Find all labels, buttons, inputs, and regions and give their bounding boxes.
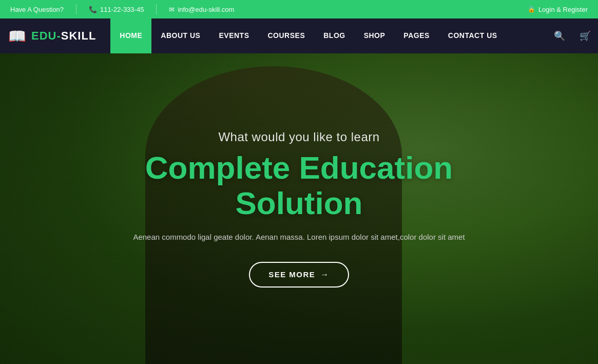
email-icon: ✉ bbox=[169, 6, 175, 13]
arrow-icon: → bbox=[320, 270, 330, 279]
top-bar: Have A Question? 📞 111-22-333-45 ✉ info@… bbox=[0, 0, 598, 18]
phone-icon: 📞 bbox=[89, 6, 97, 13]
nav-item-events[interactable]: EVENTS bbox=[209, 18, 258, 53]
nav-item-blog[interactable]: BLOG bbox=[314, 18, 354, 53]
top-bar-left: Have A Question? 📞 111-22-333-45 ✉ info@… bbox=[10, 4, 234, 14]
nav-menu: HOME ABOUT US EVENTS COURSES BLOG SHOP P… bbox=[110, 18, 547, 53]
email-link[interactable]: ✉ info@edu-skill.com bbox=[169, 6, 234, 13]
hero-subtitle: What would you like to learn bbox=[89, 130, 510, 144]
hero-description: Aenean commodo ligal geate dolor. Aenan … bbox=[89, 231, 510, 243]
login-register-link[interactable]: 🔒 Login & Register bbox=[528, 6, 588, 13]
navbar: 📖 EDU-SKILL HOME ABOUT US EVENTS COURSES… bbox=[0, 18, 598, 53]
nav-item-pages[interactable]: PAGES bbox=[394, 18, 438, 53]
nav-item-shop[interactable]: SHOP bbox=[355, 18, 395, 53]
question-label: Have A Question? bbox=[10, 6, 64, 13]
divider-1 bbox=[76, 4, 76, 14]
nav-item-about[interactable]: ABOUT US bbox=[151, 18, 209, 53]
top-bar-right: 🔒 Login & Register bbox=[528, 6, 588, 13]
nav-item-courses[interactable]: COURSES bbox=[258, 18, 314, 53]
brand-name-part2: SKILL bbox=[61, 29, 97, 42]
login-label: Login & Register bbox=[538, 6, 588, 13]
nav-item-home[interactable]: HOME bbox=[110, 18, 151, 53]
nav-item-contact[interactable]: CONTACT US bbox=[439, 18, 507, 53]
hero-cta-label: SEE MORE bbox=[268, 270, 315, 279]
email-address: info@edu-skill.com bbox=[178, 6, 234, 13]
brand-icon: 📖 bbox=[8, 28, 26, 45]
cart-button[interactable]: 🛒 bbox=[572, 18, 598, 53]
search-button[interactable]: 🔍 bbox=[547, 18, 572, 53]
lock-icon: 🔒 bbox=[528, 6, 535, 13]
phone-link[interactable]: 📞 111-22-333-45 bbox=[89, 6, 144, 13]
divider-2 bbox=[156, 4, 157, 14]
brand-name-part1: EDU- bbox=[31, 29, 61, 42]
hero-cta-button[interactable]: SEE MORE → bbox=[249, 262, 349, 288]
hero-section: What would you like to learn Complete Ed… bbox=[0, 53, 598, 364]
hero-content: What would you like to learn Complete Ed… bbox=[68, 130, 530, 287]
phone-number: 111-22-333-45 bbox=[100, 6, 144, 13]
brand-name: EDU-SKILL bbox=[31, 29, 96, 43]
nav-icons: 🔍 🛒 bbox=[547, 18, 598, 53]
hero-title: Complete Education Solution bbox=[89, 150, 510, 220]
brand-logo[interactable]: 📖 EDU-SKILL bbox=[0, 18, 110, 53]
